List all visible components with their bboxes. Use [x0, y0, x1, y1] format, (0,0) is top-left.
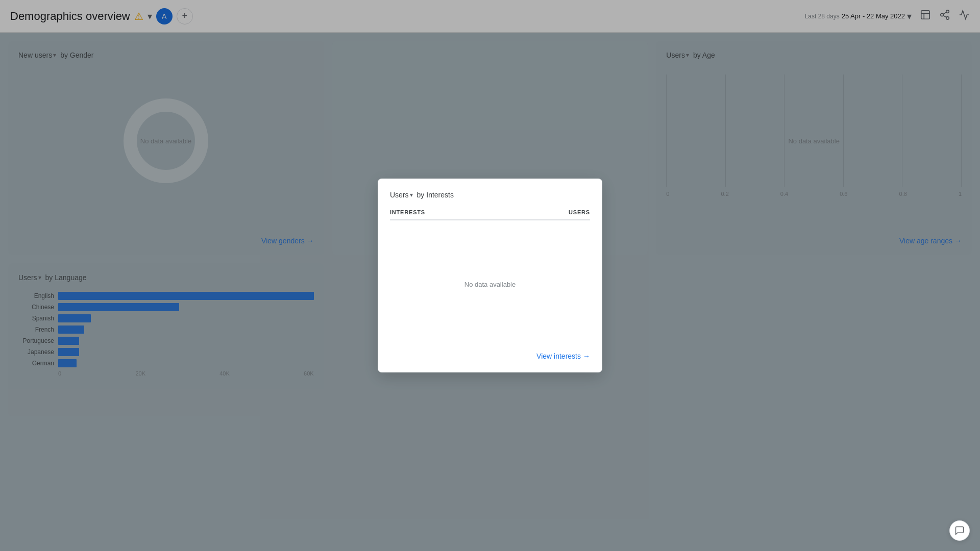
- view-interests-label: View interests: [536, 352, 581, 360]
- modal-footer: View interests →: [390, 352, 590, 360]
- view-interests-arrow: →: [583, 352, 590, 360]
- view-interests-link[interactable]: View interests →: [536, 352, 590, 360]
- modal-col-interests-header: INTERESTS: [390, 209, 425, 215]
- modal-metric-arrow[interactable]: ▾: [410, 191, 413, 198]
- interests-modal: Users ▾ by Interests INTERESTS USERS No …: [378, 179, 602, 372]
- modal-title: Users ▾ by Interests: [390, 191, 590, 199]
- modal-col-users-header: USERS: [569, 209, 590, 215]
- modal-metric-label: Users: [390, 191, 409, 199]
- modal-overlay: Users ▾ by Interests INTERESTS USERS No …: [0, 0, 980, 551]
- feedback-button[interactable]: [949, 520, 970, 541]
- modal-no-data: No data available: [390, 224, 590, 344]
- modal-table-header: INTERESTS USERS: [390, 209, 590, 220]
- modal-no-data-text: No data available: [464, 281, 516, 288]
- modal-metric-dropdown[interactable]: Users ▾: [390, 191, 413, 199]
- modal-dimension: by Interests: [417, 191, 454, 199]
